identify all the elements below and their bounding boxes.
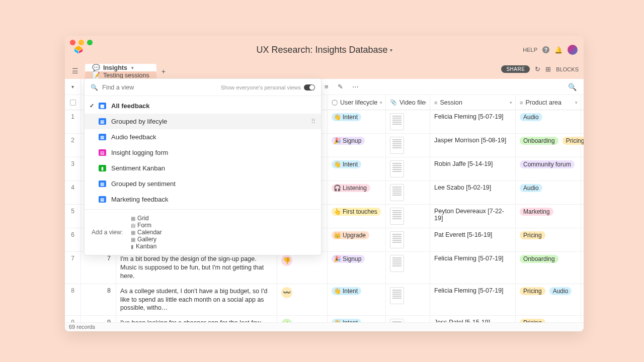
add-gallery-view[interactable]: ▦Gallery (131, 236, 162, 243)
product-cell[interactable]: Community forum (516, 157, 581, 180)
product-tag[interactable]: Pricing (520, 319, 545, 322)
table-row[interactable]: 88As a college student, I don't have a b… (65, 284, 584, 316)
note-cell[interactable]: I've been looking for a cheaper app for … (116, 316, 277, 322)
user-avatar[interactable] (568, 45, 578, 55)
view-switcher-caret[interactable]: ▾ (65, 79, 81, 95)
lifecycle-cell[interactable]: 👋Intent (328, 110, 386, 133)
video-cell[interactable] (386, 110, 430, 133)
sentiment-cell[interactable]: 👎 (277, 252, 328, 284)
select-all-column[interactable] (65, 95, 81, 110)
attachment-thumbnail[interactable] (390, 231, 404, 248)
share-view-icon[interactable]: ✎ (338, 83, 343, 90)
session-cell[interactable]: Felicia Fleming [5-07-19] (430, 284, 516, 316)
search-icon[interactable]: 🔍 (568, 83, 577, 91)
product-cell[interactable]: Pricing (516, 228, 581, 251)
video-cell[interactable] (386, 316, 430, 322)
product-tag[interactable]: Community forum (520, 160, 575, 168)
row-height-icon[interactable]: ≡ (325, 83, 329, 90)
view-item[interactable]: ▦Marketing feedback (85, 192, 321, 207)
view-item[interactable]: ▦Grouped by sentiment (85, 176, 321, 192)
view-item[interactable]: ▦Grouped by lifecyle⠿ (85, 114, 321, 129)
view-item[interactable]: ▦Audio feedback (85, 129, 321, 145)
add-calendar-view[interactable]: ▦Calendar (131, 229, 162, 236)
add-form-view[interactable]: ▤Form (131, 222, 162, 229)
product-tag[interactable]: Pricing (520, 231, 545, 239)
lifecycle-cell[interactable]: 🎉Signup (328, 252, 386, 284)
view-item[interactable]: ▤Insight logging form (85, 145, 321, 160)
add-kanban-view[interactable]: ▮Kanban (131, 243, 162, 250)
attachment-thumbnail[interactable] (390, 208, 404, 225)
lifecycle-cell[interactable]: 🎧Listening (328, 181, 386, 204)
session-cell[interactable]: Jess Patel [5-15-19] (430, 316, 516, 322)
product-tag[interactable]: Audio (549, 287, 572, 295)
product-cell[interactable]: Onboarding (516, 252, 581, 284)
note-cell[interactable]: I'm a bit bored by the design of the sig… (116, 252, 277, 284)
video-cell[interactable] (386, 284, 430, 316)
product-cell[interactable]: PricingAudio (516, 284, 581, 316)
add-table-button[interactable]: + (157, 64, 170, 79)
product-tag[interactable]: Onboarding (520, 137, 558, 145)
video-cell[interactable] (386, 181, 430, 204)
product-cell[interactable]: Marketing (516, 205, 581, 228)
lifecycle-cell[interactable]: 👋Intent (328, 316, 386, 322)
product-tag[interactable]: Marketing (520, 208, 553, 216)
attachment-thumbnail[interactable] (390, 113, 404, 130)
base-title[interactable]: UX Research: Insights Database (256, 45, 387, 55)
product-tag[interactable]: Audio (520, 113, 542, 121)
notifications-icon[interactable]: 🔔 (554, 46, 562, 54)
video-cell[interactable] (386, 252, 430, 284)
lifecycle-cell[interactable]: 👋Intent (328, 157, 386, 180)
lifecycle-cell[interactable]: 👆First touches (328, 205, 386, 228)
sentiment-cell[interactable]: 👍 (277, 316, 328, 322)
product-cell[interactable]: Pricing (516, 316, 581, 322)
session-cell[interactable]: Pat Everett [5-16-19] (430, 228, 516, 251)
product-cell[interactable]: Audio (516, 181, 581, 204)
lifecycle-cell[interactable]: 👋Intent (328, 284, 386, 316)
lifecycle-cell[interactable]: 🎉Signup (328, 134, 386, 157)
product-cell[interactable]: OnboardingPricing (516, 134, 581, 157)
product-tag[interactable]: Pricing (562, 137, 584, 145)
session-column-header[interactable]: ≡Session▾ (430, 95, 516, 110)
lifecycle-column-header[interactable]: ◯User lifecycle▾ (328, 95, 386, 110)
product-cell[interactable]: Audio (516, 110, 581, 133)
title-dropdown-icon[interactable]: ▾ (390, 47, 392, 53)
view-item[interactable]: ▮Sentiment Kanban (85, 160, 321, 176)
drag-handle-icon[interactable]: ⠿ (311, 118, 315, 125)
attachment-thumbnail[interactable] (390, 137, 404, 154)
blocks-label[interactable]: BLOCKS (556, 66, 579, 72)
lifecycle-cell[interactable]: 👑Upgrade (328, 228, 386, 251)
find-view-input[interactable] (102, 84, 217, 91)
product-tag[interactable]: Onboarding (520, 255, 558, 263)
note-cell[interactable]: As a college student, I don't have a big… (116, 284, 277, 316)
video-column-header[interactable]: 📎Video file▾ (386, 95, 430, 110)
attachment-thumbnail[interactable] (390, 319, 404, 322)
history-icon[interactable]: ↻ (535, 65, 540, 73)
toggle-switch[interactable] (304, 84, 315, 90)
share-button[interactable]: SHARE (501, 65, 530, 73)
view-item[interactable]: ▦All feedback (85, 98, 321, 114)
attachment-thumbnail[interactable] (390, 255, 404, 272)
blocks-icon[interactable]: ⊞ (545, 65, 551, 73)
personal-views-toggle[interactable]: Show everyone's personal views (221, 84, 315, 90)
tab-testing-sessions[interactable]: 📝Testing sessions (85, 71, 156, 79)
video-cell[interactable] (386, 205, 430, 228)
product-tag[interactable]: Pricing (520, 287, 545, 295)
session-cell[interactable]: Peyton Devereaux [7-22-19] (430, 205, 516, 228)
more-icon[interactable]: ⋯ (352, 83, 359, 90)
session-cell[interactable]: Lee Szabo [5-02-19] (430, 181, 516, 204)
tab-insights[interactable]: 💬Insights▾ (85, 64, 156, 71)
add-grid-view[interactable]: ▦Grid (131, 215, 162, 222)
sentiment-cell[interactable]: 〰️ (277, 284, 328, 316)
table-row[interactable]: 77I'm a bit bored by the design of the s… (65, 252, 584, 284)
sidebar-toggle-icon[interactable]: ☰ (72, 67, 78, 75)
video-cell[interactable] (386, 228, 430, 251)
app-logo[interactable] (74, 45, 83, 54)
session-cell[interactable]: Robin Jaffe [5-14-19] (430, 157, 516, 180)
attachment-thumbnail[interactable] (390, 287, 404, 304)
session-cell[interactable]: Felicia Fleming [5-07-19] (430, 252, 516, 284)
product-tag[interactable]: Audio (520, 184, 542, 192)
help-link[interactable]: HELP (523, 47, 537, 53)
attachment-thumbnail[interactable] (390, 160, 404, 177)
attachment-thumbnail[interactable] (390, 184, 404, 201)
session-cell[interactable]: Felicia Fleming [5-07-19] (430, 110, 516, 133)
